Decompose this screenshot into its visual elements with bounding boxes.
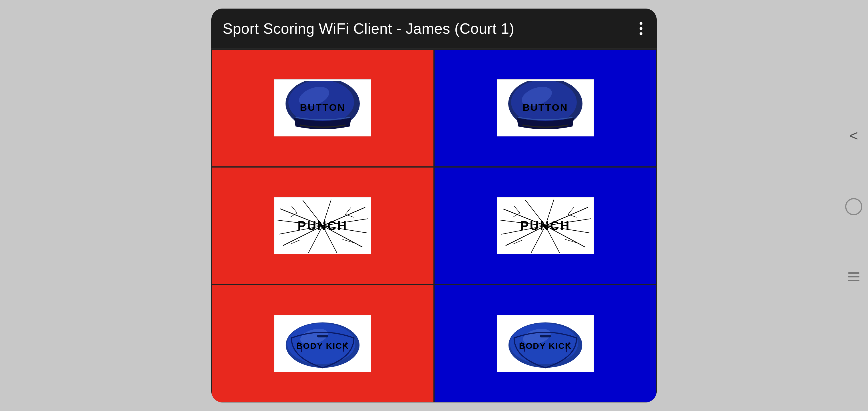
helmet-svg-right: BUTTON	[500, 81, 591, 135]
bodykick-red-image: BODY KICK	[274, 315, 371, 372]
punch-visual-right: PUNCH	[497, 197, 594, 254]
home-button[interactable]	[845, 198, 862, 215]
svg-text:BODY KICK: BODY KICK	[297, 341, 349, 350]
svg-rect-52	[317, 335, 328, 337]
menu-dot-3	[640, 32, 643, 35]
bodykick-svg-right: BODY KICK	[497, 315, 594, 372]
svg-text:PUNCH: PUNCH	[520, 219, 570, 232]
more-options-icon[interactable]	[637, 19, 645, 38]
menu-dot-1	[640, 22, 643, 25]
punch-blue-image: PUNCH	[497, 197, 594, 254]
helmet-visual-left: BUTTON	[274, 80, 371, 136]
bodykick-visual-right: BODY KICK	[497, 315, 594, 372]
bodykick-red-cell[interactable]: BODY KICK	[211, 285, 434, 403]
menu-line-1	[848, 272, 860, 274]
menu-line-2	[848, 276, 860, 278]
punch-red-image: PUNCH	[274, 197, 371, 254]
punch-visual-left: PUNCH	[274, 197, 371, 254]
helmet-svg-left: BUTTON	[277, 81, 368, 135]
button-blue-image: BUTTON	[497, 80, 594, 136]
svg-text:BODY KICK: BODY KICK	[519, 341, 572, 350]
helmet-visual-right: BUTTON	[497, 80, 594, 136]
menu-dot-2	[640, 27, 643, 30]
svg-text:BUTTON: BUTTON	[300, 102, 345, 113]
main-grid: BUTTON BUTTON	[211, 49, 657, 403]
bodykick-svg-left: BODY KICK	[274, 315, 371, 372]
side-nav: <	[839, 0, 868, 411]
punch-svg-right: PUNCH	[497, 197, 594, 254]
bodykick-visual-left: BODY KICK	[274, 315, 371, 372]
page-wrapper: Sport Scoring WiFi Client - James (Court…	[0, 0, 868, 411]
app-title: Sport Scoring WiFi Client - James (Court…	[223, 20, 514, 37]
recent-apps-button[interactable]	[845, 270, 862, 284]
bodykick-blue-image: BODY KICK	[497, 315, 594, 372]
button-blue-cell[interactable]: BUTTON	[434, 49, 657, 167]
punch-svg-left: PUNCH	[274, 197, 371, 254]
svg-text:BUTTON: BUTTON	[523, 102, 568, 113]
svg-rect-58	[540, 335, 551, 337]
button-red-image: BUTTON	[274, 80, 371, 136]
svg-text:PUNCH: PUNCH	[298, 219, 347, 232]
button-red-cell[interactable]: BUTTON	[211, 49, 434, 167]
bodykick-blue-cell[interactable]: BODY KICK	[434, 285, 657, 403]
top-bar: Sport Scoring WiFi Client - James (Court…	[211, 8, 657, 49]
punch-blue-cell[interactable]: PUNCH	[434, 167, 657, 285]
app-wrapper: Sport Scoring WiFi Client - James (Court…	[211, 8, 657, 403]
back-button[interactable]: <	[849, 127, 858, 144]
punch-red-cell[interactable]: PUNCH	[211, 167, 434, 285]
menu-line-3	[848, 280, 860, 281]
